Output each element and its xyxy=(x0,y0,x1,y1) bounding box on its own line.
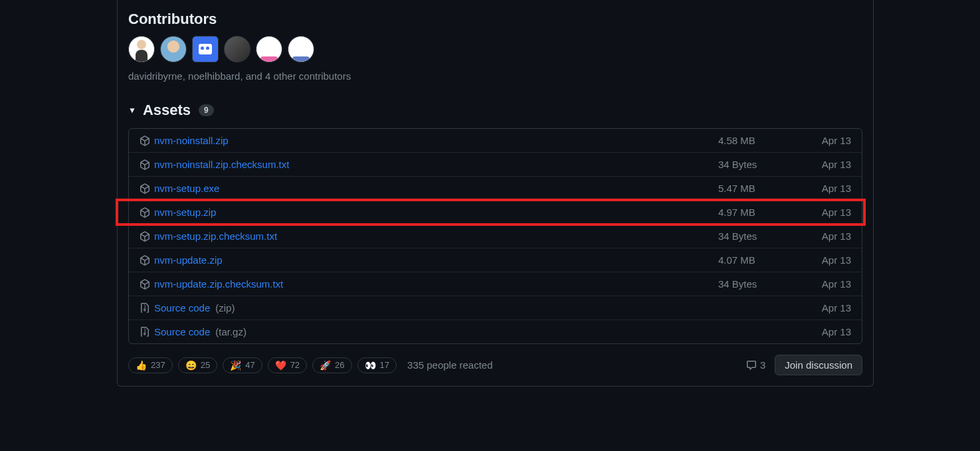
asset-link[interactable]: nvm-update.zip.checksum.txt xyxy=(154,278,283,290)
release-footer: 👍237😄25🎉47❤️72🚀26👀17 335 people reacted … xyxy=(118,344,873,375)
avatar[interactable] xyxy=(288,36,314,62)
asset-date: Apr 13 xyxy=(798,183,851,194)
asset-date: Apr 13 xyxy=(798,326,851,337)
asset-row: nvm-setup.zip4.97 MBApr 13 xyxy=(129,201,862,225)
package-icon xyxy=(140,183,150,194)
release-box: Contributors davidribyrne, noelhibbard, … xyxy=(117,0,874,387)
avatar[interactable] xyxy=(224,36,250,62)
reaction-button[interactable]: 👍237 xyxy=(128,357,173,373)
asset-row: nvm-update.zip.checksum.txt34 BytesApr 1… xyxy=(129,272,862,296)
reaction-button[interactable]: 🎉47 xyxy=(223,357,262,373)
asset-link[interactable]: nvm-update.zip xyxy=(154,254,223,266)
asset-size: 34 Bytes xyxy=(718,230,798,242)
asset-size: 34 Bytes xyxy=(718,159,798,170)
asset-link[interactable]: nvm-setup.exe xyxy=(154,183,219,194)
asset-date: Apr 13 xyxy=(798,230,851,242)
file-zip-icon xyxy=(140,303,150,314)
asset-date: Apr 13 xyxy=(798,278,851,290)
reaction-emoji: ❤️ xyxy=(275,360,286,371)
asset-size: 4.07 MB xyxy=(718,254,798,266)
asset-size: 5.47 MB xyxy=(718,183,798,194)
package-icon xyxy=(140,159,150,170)
reaction-emoji: 👀 xyxy=(365,360,376,371)
comment-icon xyxy=(746,360,757,371)
reaction-emoji: 🚀 xyxy=(320,360,331,371)
asset-link[interactable]: nvm-noinstall.zip xyxy=(154,135,229,146)
assets-title: Assets xyxy=(143,102,191,119)
contributors-summary: davidribyrne, noelhibbard, and 4 other c… xyxy=(118,70,873,95)
asset-date: Apr 13 xyxy=(798,207,851,218)
join-discussion-button[interactable]: Join discussion xyxy=(775,355,862,375)
package-icon xyxy=(140,279,150,290)
reaction-count: 237 xyxy=(151,360,165,370)
reaction-emoji: 👍 xyxy=(136,360,147,371)
asset-link[interactable]: nvm-setup.zip xyxy=(154,207,216,218)
package-icon xyxy=(140,207,150,218)
asset-sub-label: (tar.gz) xyxy=(215,326,246,337)
asset-size: 34 Bytes xyxy=(718,278,798,290)
asset-link[interactable]: Source code xyxy=(154,302,210,314)
package-icon xyxy=(140,231,150,242)
comments-link[interactable]: 3 xyxy=(746,359,765,371)
file-zip-icon xyxy=(140,327,150,337)
asset-row: nvm-setup.zip.checksum.txt34 BytesApr 13 xyxy=(129,225,862,248)
avatar[interactable] xyxy=(256,36,282,62)
asset-date: Apr 13 xyxy=(798,302,851,314)
asset-link[interactable]: nvm-noinstall.zip.checksum.txt xyxy=(154,159,289,170)
reaction-count: 25 xyxy=(201,360,210,370)
comments-count: 3 xyxy=(760,359,765,371)
asset-row: nvm-noinstall.zip.checksum.txt34 BytesAp… xyxy=(129,153,862,177)
reaction-count: 26 xyxy=(335,360,344,370)
package-icon xyxy=(140,135,150,146)
asset-size: 4.58 MB xyxy=(718,135,798,146)
package-icon xyxy=(140,255,150,266)
reaction-button[interactable]: 👀17 xyxy=(357,357,397,373)
asset-row: nvm-noinstall.zip4.58 MBApr 13 xyxy=(129,129,862,153)
avatar[interactable] xyxy=(192,36,219,62)
asset-row: nvm-setup.exe5.47 MBApr 13 xyxy=(129,177,862,201)
avatar[interactable] xyxy=(160,36,187,62)
reaction-emoji: 🎉 xyxy=(230,360,241,371)
reaction-button[interactable]: 😄25 xyxy=(178,357,217,373)
asset-row: Source code (zip)Apr 13 xyxy=(129,296,862,320)
asset-date: Apr 13 xyxy=(798,135,851,146)
reacted-summary[interactable]: 335 people reacted xyxy=(407,359,492,371)
contributor-avatars xyxy=(118,36,873,70)
reaction-count: 17 xyxy=(380,360,389,370)
asset-row: nvm-update.zip4.07 MBApr 13 xyxy=(129,248,862,272)
asset-row: Source code (tar.gz)Apr 13 xyxy=(129,320,862,343)
asset-date: Apr 13 xyxy=(798,159,851,170)
asset-size: 4.97 MB xyxy=(718,207,798,218)
asset-link[interactable]: nvm-setup.zip.checksum.txt xyxy=(154,230,277,242)
asset-sub-label: (zip) xyxy=(215,302,235,314)
assets-count-badge: 9 xyxy=(199,104,214,116)
reaction-count: 47 xyxy=(245,360,254,370)
assets-list: nvm-noinstall.zip4.58 MBApr 13nvm-noinst… xyxy=(128,128,862,344)
contributors-title: Contributors xyxy=(118,0,873,36)
caret-down-icon: ▼ xyxy=(128,106,136,115)
reaction-count: 72 xyxy=(290,360,300,370)
reaction-button[interactable]: ❤️72 xyxy=(268,357,307,373)
assets-toggle[interactable]: ▼ Assets 9 xyxy=(118,95,873,128)
reaction-button[interactable]: 🚀26 xyxy=(312,357,351,373)
asset-link[interactable]: Source code xyxy=(154,326,210,337)
avatar[interactable] xyxy=(128,36,155,62)
asset-date: Apr 13 xyxy=(798,254,851,266)
reaction-emoji: 😄 xyxy=(185,360,197,371)
